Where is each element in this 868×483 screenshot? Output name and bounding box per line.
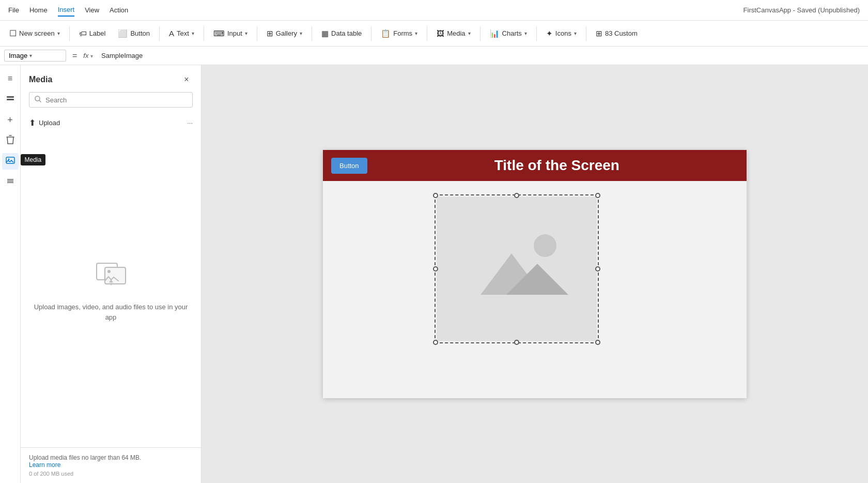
toolbar-separator-2 [159, 26, 160, 41]
sidebar-media-button[interactable]: Media [2, 153, 19, 170]
media-panel: Media × ⬆ Upload ··· [21, 65, 202, 483]
icons-icon: ✦ [546, 29, 553, 38]
search-icon [35, 96, 41, 104]
new-screen-icon: ☐ [9, 28, 17, 38]
canvas-header-bar: Button Title of the Screen [323, 150, 747, 181]
menu-bar: File Home Insert View Action FirstCanvas… [0, 0, 868, 21]
sidebar-grid-button[interactable] [2, 174, 19, 190]
toolbar-separator-6 [371, 26, 371, 41]
toolbar-separator-3 [204, 26, 204, 41]
icons-chevron: ▾ [574, 31, 577, 36]
media-tooltip: Media [21, 154, 46, 165]
charts-icon: 📊 [490, 29, 500, 38]
text-chevron: ▾ [192, 31, 194, 36]
data-table-label: Data table [331, 29, 362, 37]
sidebar-hamburger-button[interactable]: ≡ [2, 70, 19, 87]
more-options-button[interactable]: ··· [187, 119, 193, 127]
gallery-label: Gallery [276, 29, 297, 37]
add-icon: + [7, 115, 13, 126]
footer-upload-note: Upload media files no larger than 64 MB. [29, 454, 193, 461]
footer-size-info: 0 of 200 MB used [29, 471, 193, 477]
formula-bar: Image ▾ = fx ▾ [0, 47, 868, 65]
button-button[interactable]: ⬜ Button [113, 26, 155, 41]
forms-label: Forms [393, 29, 412, 37]
menu-view[interactable]: View [85, 4, 99, 16]
sidebar-trash-button[interactable] [2, 132, 19, 149]
formula-equals-sign: = [70, 51, 79, 61]
canvas-title: Title of the Screen [376, 157, 738, 174]
search-box [29, 92, 193, 108]
label-icon: 🏷 [79, 29, 87, 38]
media-icon: 🖼 [437, 29, 444, 38]
canvas-image-container[interactable] [437, 197, 597, 341]
data-table-button[interactable]: ▦ Data table [316, 26, 367, 41]
custom-button[interactable]: ⊞ 83 Custom [591, 26, 643, 41]
upload-button[interactable]: ⬆ Upload [29, 118, 60, 128]
media-label: Media [447, 29, 465, 37]
footer-learn-more-link[interactable]: Learn more [29, 461, 60, 469]
menu-home[interactable]: Home [29, 4, 48, 16]
label-button[interactable]: 🏷 Label [74, 26, 111, 41]
label-text: Label [89, 29, 106, 37]
media-button[interactable]: 🖼 Media ▾ [431, 26, 475, 41]
panel-close-button[interactable]: × [180, 73, 193, 86]
handle-bc[interactable] [514, 340, 519, 345]
formula-dropdown-value: Image [9, 52, 27, 59]
gallery-button[interactable]: ⊞ Gallery ▾ [261, 26, 307, 41]
empty-state: Upload images, video, and audio files to… [21, 132, 201, 447]
charts-button[interactable]: 📊 Charts ▾ [485, 26, 532, 41]
handle-bl[interactable] [433, 340, 438, 345]
formula-fx-label[interactable]: fx ▾ [83, 52, 93, 59]
input-chevron: ▾ [245, 31, 247, 36]
handle-mr[interactable] [595, 266, 600, 271]
svg-rect-1 [7, 99, 14, 100]
toolbar-separator-7 [427, 26, 427, 41]
handle-tl[interactable] [433, 193, 438, 198]
input-label: Input [227, 29, 242, 37]
upload-icon: ⬆ [29, 118, 36, 128]
menu-action[interactable]: Action [110, 4, 128, 16]
text-button[interactable]: A Text ▾ [164, 26, 199, 41]
menu-insert[interactable]: Insert [58, 4, 75, 17]
app-title: FirstCanvasApp - Saved (Unpublished) [743, 6, 860, 14]
toolbar-separator-8 [480, 26, 481, 41]
image-placeholder-svg [465, 222, 568, 315]
custom-icon: ⊞ [596, 29, 602, 38]
handle-br[interactable] [595, 340, 600, 345]
canvas-button[interactable]: Button [331, 158, 367, 174]
trash-icon [6, 135, 14, 146]
svg-rect-10 [105, 267, 126, 284]
charts-label: Charts [502, 29, 522, 37]
new-screen-button[interactable]: ☐ New screen ▾ [4, 25, 65, 41]
canvas-area: Button Title of the Screen [202, 65, 868, 483]
icons-button[interactable]: ✦ Icons ▾ [541, 26, 582, 41]
toolbar-separator-4 [257, 26, 257, 41]
sidebar-add-button[interactable]: + [2, 112, 19, 128]
menu-file[interactable]: File [8, 4, 19, 16]
handle-tc[interactable] [514, 193, 519, 198]
button-icon: ⬜ [118, 29, 128, 38]
forms-button[interactable]: 📋 Forms ▾ [376, 26, 423, 41]
formula-input[interactable] [97, 51, 864, 61]
toolbar-separator-5 [312, 26, 312, 41]
input-icon: ⌨ [213, 29, 225, 38]
toolbar-separator-10 [586, 26, 586, 41]
handle-tr[interactable] [595, 193, 600, 198]
new-screen-label: New screen [19, 29, 55, 37]
sidebar-layers-button[interactable] [2, 91, 19, 108]
svg-rect-0 [7, 96, 14, 98]
charts-chevron: ▾ [524, 31, 527, 36]
formula-dropdown[interactable]: Image ▾ [4, 50, 66, 62]
grid-icon [6, 176, 15, 188]
search-input[interactable] [45, 96, 187, 104]
handle-ml[interactable] [433, 266, 438, 271]
forms-icon: 📋 [381, 29, 391, 38]
toolbar: ☐ New screen ▾ 🏷 Label ⬜ Button A Text ▾… [0, 21, 868, 47]
upload-row: ⬆ Upload ··· [21, 114, 201, 132]
media-chevron: ▾ [468, 31, 471, 36]
input-button[interactable]: ⌨ Input ▾ [208, 26, 253, 41]
text-label: Text [177, 29, 189, 37]
button-text: Button [130, 29, 150, 37]
panel-footer: Upload media files no larger than 64 MB.… [21, 447, 201, 483]
panel-header: Media × [21, 65, 201, 92]
